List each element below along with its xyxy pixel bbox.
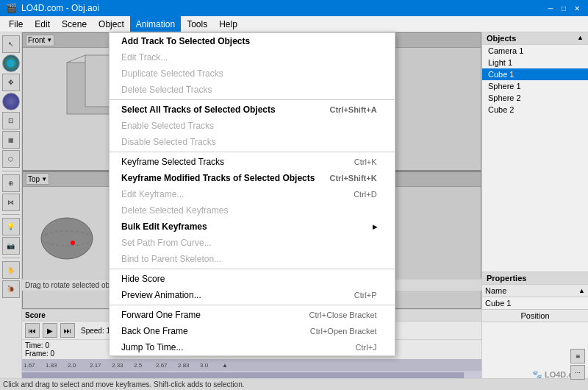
title-bar: 🎬 LO4D.com - Obj.aoi ─ □ ✕ [0, 0, 588, 16]
tool-select[interactable]: ↖ [2, 35, 20, 53]
title-bar-left: 🎬 LO4D.com - Obj.aoi [6, 3, 99, 13]
timeline-icons: ≋ ⋯ [570, 349, 585, 380]
menu-set-path: Set Path From Curve... [110, 235, 395, 251]
tool-magnet[interactable]: ⊕ [2, 174, 20, 192]
click-hint: Click and drag to select and move keyfra… [0, 378, 588, 390]
menu-edit-track: Edit Track... [110, 49, 395, 65]
object-sphere2[interactable]: Sphere 2 [482, 92, 588, 104]
menu-preview-animation[interactable]: Preview Animation... Ctrl+P [110, 287, 395, 303]
object-light1[interactable]: Light 1 [482, 57, 588, 68]
tool-pan[interactable]: ✋ [2, 261, 20, 279]
chevron-down-icon3: ▼ [41, 176, 47, 182]
score-timeline[interactable]: 1.67 1.83 2.0 2.17 2.33 2.5 2.67 2.83 3.… [22, 359, 481, 378]
left-toolbar: ↖ 🌐 ✥ ○ ⊡ ▦ ⬡ ⊕ ⋈ 💡 📷 ✋ 🐌 [0, 32, 22, 390]
viewport-front-label: Front [28, 36, 45, 44]
menu-tools[interactable]: Tools [181, 16, 213, 32]
menu-bulk-edit[interactable]: Bulk Edit Keyframes [110, 219, 395, 235]
minimize-button[interactable]: ─ [545, 3, 556, 13]
right-panel: Objects ▲ Camera 1 Light 1 Cube 1 Sphere… [481, 32, 588, 390]
menu-add-track[interactable]: Add Track To Selected Objects [110, 33, 395, 49]
properties-header: Properties [482, 272, 588, 285]
object-sphere1[interactable]: Sphere 1 [482, 80, 588, 92]
menu-disable-tracks: Disable Selected Tracks [110, 134, 395, 150]
timeline-icon-1[interactable]: ≋ [570, 349, 585, 364]
title-bar-text: LO4D.com - Obj.aoi [21, 3, 99, 13]
menu-select-all-tracks[interactable]: Select All Tracks of Selected Objects Ct… [110, 102, 395, 118]
menu-duplicate-tracks: Duplicate Selected Tracks [110, 65, 395, 82]
menu-back-frame[interactable]: Back One Frame Ctrl+Open Bracket [110, 323, 395, 339]
menu-keyframe-modified[interactable]: Keyframe Modified Tracks of Selected Obj… [110, 170, 395, 186]
menu-delete-tracks: Delete Selected Tracks [110, 82, 395, 98]
viewport-top-dropdown[interactable]: Top ▼ [26, 173, 49, 185]
menu-object[interactable]: Object [93, 16, 130, 32]
menu-file[interactable]: File [3, 16, 29, 32]
menu-bind-skeleton: Bind to Parent Skeleton... [110, 251, 395, 267]
tool-rotate[interactable]: ○ [2, 93, 20, 110]
menu-animation[interactable]: Animation [130, 16, 181, 32]
menu-edit-keyframe: Edit Keyframe... Ctrl+D [110, 186, 395, 202]
menu-keyframe-tracks[interactable]: Keyframe Selected Tracks Ctrl+K [110, 154, 395, 170]
tool-globe[interactable]: 🌐 [2, 54, 20, 72]
svg-point-7 [41, 218, 93, 259]
props-name-value: Cube 1 [482, 297, 588, 310]
tool-camera[interactable]: 📷 [2, 237, 20, 255]
objects-scroll-up[interactable]: ▲ [577, 34, 584, 41]
tool-move[interactable]: ✥ [2, 74, 20, 91]
score-start-button[interactable]: ⏮ [25, 323, 40, 338]
object-cube1[interactable]: Cube 1 [482, 68, 588, 80]
tool-grid[interactable]: ▦ [2, 131, 20, 149]
tool-light[interactable]: 💡 [2, 218, 20, 235]
tool-mesh[interactable]: ⬡ [2, 150, 20, 168]
menu-delete-keyframes: Delete Selected Keyframes [110, 202, 395, 219]
objects-list: Camera 1 Light 1 Cube 1 Sphere 1 Sphere … [482, 45, 588, 116]
tool-snail[interactable]: 🐌 [2, 280, 20, 298]
maximize-button[interactable]: □ [559, 3, 569, 13]
viewport-front-dropdown[interactable]: Front ▼ [26, 35, 54, 46]
menu-enable-tracks: Enable Selected Tracks [110, 118, 395, 134]
props-scroll-up[interactable]: ▲ [578, 287, 585, 294]
app-icon: 🎬 [6, 3, 17, 13]
props-name-header: Name ▲ [482, 285, 588, 297]
menu-help[interactable]: Help [213, 16, 243, 32]
viewport-top-label: Top [28, 175, 40, 183]
score-play-button[interactable]: ▶ [43, 323, 57, 338]
animation-dropdown-menu: Add Track To Selected Objects Edit Track… [109, 32, 395, 356]
menu-edit[interactable]: Edit [29, 16, 56, 32]
separator-4 [110, 305, 395, 305]
object-cube2[interactable]: Cube 2 [482, 104, 588, 116]
tool-scale[interactable]: ⊡ [2, 112, 20, 130]
tool-bone[interactable]: ⋈ [2, 194, 20, 211]
menu-scene[interactable]: Scene [56, 16, 93, 32]
score-end-button[interactable]: ⏭ [60, 323, 75, 338]
separator-2 [110, 152, 395, 152]
separator-3 [110, 269, 395, 269]
menu-jump-to-time[interactable]: Jump To Time... Ctrl+J [110, 339, 395, 355]
svg-line-2 [67, 55, 85, 63]
menu-bar: File Edit Scene Object Animation Tools H… [0, 16, 588, 32]
objects-panel: Objects ▲ Camera 1 Light 1 Cube 1 Sphere… [482, 32, 588, 272]
close-button[interactable]: ✕ [572, 3, 582, 13]
chevron-down-icon: ▼ [46, 37, 52, 43]
menu-forward-frame[interactable]: Forward One Frame Ctrl+Close Bracket [110, 307, 395, 323]
separator-1 [110, 99, 395, 100]
title-bar-controls: ─ □ ✕ [545, 3, 582, 13]
object-camera1[interactable]: Camera 1 [482, 45, 588, 57]
menu-hide-score[interactable]: Hide Score [110, 271, 395, 287]
svg-point-9 [71, 241, 75, 245]
timeline-icon-2[interactable]: ⋯ [570, 365, 585, 380]
objects-header: Objects ▲ [482, 32, 588, 45]
props-position-header: Position [482, 310, 588, 322]
